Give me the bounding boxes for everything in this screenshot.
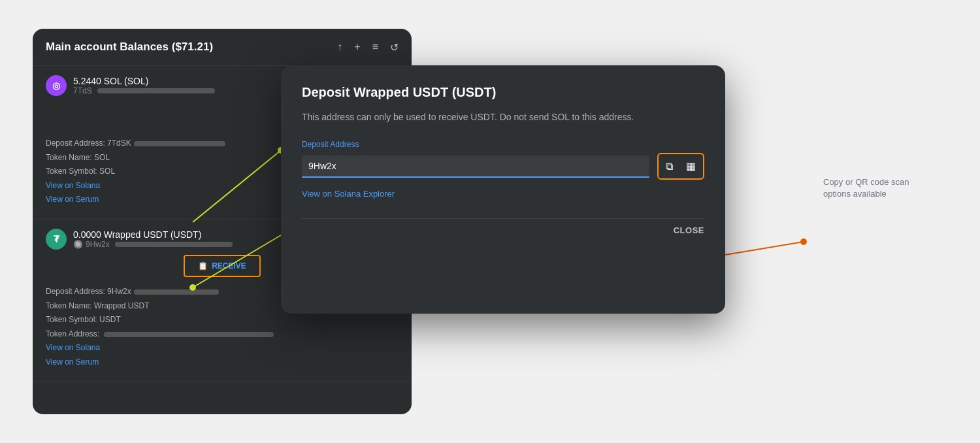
view-solana-explorer-link[interactable]: View on Solana Explorer (302, 189, 704, 199)
wallet-title: Main account Balances ($71.21) (46, 41, 213, 54)
usdt-deposit-blur (134, 289, 219, 295)
deposit-address-label: Deposit Address (302, 140, 704, 149)
sol-token-left: ◎ 5.2440 SOL (SOL) 7TdS (46, 75, 215, 96)
usdt-token-name: 0.0000 Wrapped USDT (USDT) (73, 229, 233, 240)
callout-annotation: Copy or QR code scan options available (823, 176, 928, 200)
qr-icon: ▦ (686, 161, 696, 172)
usdt-token-addr-blur (104, 332, 274, 337)
usdt-token-symbol-row: Token Symbol: USDT (46, 313, 399, 327)
sol-deposit-blur (134, 141, 225, 146)
usdt-receive-icon: 📋 (198, 261, 208, 271)
usdt-address-shield-icon: 🔘 (73, 240, 83, 249)
svg-point-5 (800, 238, 807, 245)
usdt-view-serum-link[interactable]: View on Serum (46, 355, 399, 370)
modal-footer: CLOSE (302, 218, 704, 235)
copy-address-button[interactable]: ⧉ (661, 156, 678, 176)
action-buttons-group: ⧉ ▦ (657, 153, 704, 180)
add-icon-btn[interactable]: + (354, 41, 360, 53)
usdt-address-blur (115, 242, 233, 247)
deposit-input-row: ⧉ ▦ (302, 153, 704, 180)
wallet-icon-group: ↑ + ≡ ↺ (337, 41, 399, 54)
modal-title: Deposit Wrapped USDT (USDT) (302, 85, 704, 100)
filter-icon-btn[interactable]: ≡ (372, 41, 378, 53)
deposit-modal: Deposit Wrapped USDT (USDT) This address… (281, 65, 725, 314)
sol-address-blur (97, 88, 215, 93)
sol-token-name: 5.2440 SOL (SOL) (73, 76, 215, 86)
usdt-token-icon: ₮ (46, 229, 67, 250)
wallet-header: Main account Balances ($71.21) ↑ + ≡ ↺ (33, 29, 412, 66)
qr-code-button[interactable]: ▦ (681, 156, 701, 176)
usdt-token-address: 🔘 9Hw2x (73, 240, 233, 249)
sol-token-icon: ◎ (46, 75, 67, 96)
copy-icon: ⧉ (666, 161, 673, 172)
usdt-token-left: ₮ 0.0000 Wrapped USDT (USDT) 🔘 9Hw2x (46, 229, 233, 250)
usdt-receive-button[interactable]: 📋 RECEIVE (184, 255, 261, 277)
usdt-token-info: 0.0000 Wrapped USDT (USDT) 🔘 9Hw2x (73, 229, 233, 249)
usdt-token-address-row: Token Address: (46, 327, 399, 342)
transfer-icon-btn[interactable]: ↑ (337, 41, 342, 53)
refresh-icon-btn[interactable]: ↺ (390, 41, 399, 54)
usdt-view-solana-link[interactable]: View on Solana (46, 341, 399, 355)
deposit-address-input[interactable] (302, 156, 649, 178)
svg-line-4 (725, 242, 804, 255)
sol-token-info: 5.2440 SOL (SOL) 7TdS (73, 76, 215, 95)
modal-description: This address can only be used to receive… (302, 110, 704, 124)
close-modal-button[interactable]: CLOSE (674, 225, 704, 235)
sol-token-address: 7TdS (73, 86, 215, 95)
